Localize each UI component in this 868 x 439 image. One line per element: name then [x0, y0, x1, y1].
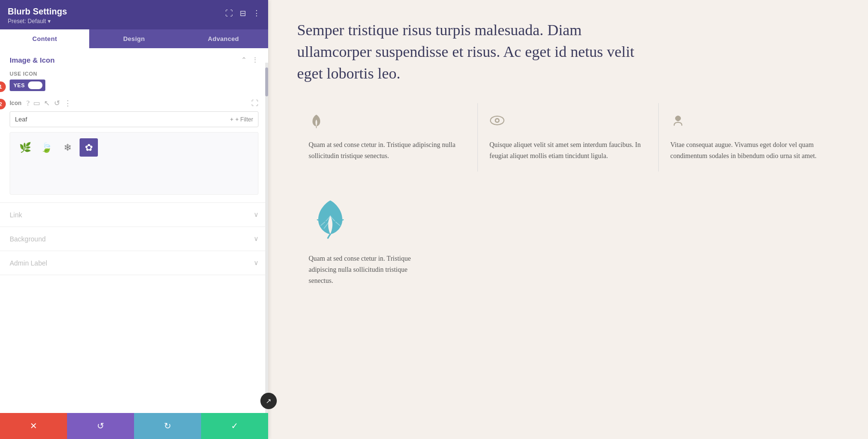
icon-grid: 🌿 🍃 ❄ ✿ — [16, 138, 252, 157]
card-2: Quisque aliquet velit sit amet sem inter… — [478, 103, 659, 171]
undo-button[interactable]: ↺ — [67, 413, 134, 439]
use-icon-field: 1 Use Icon YES — [10, 71, 258, 91]
dots-icon[interactable]: ⋮ — [64, 99, 71, 107]
reset-icon[interactable]: ↺ — [54, 99, 60, 107]
save-icon: ✓ — [231, 421, 238, 431]
panel-title: Blurb Settings — [8, 7, 67, 17]
icon-search-box: + + Filter — [10, 111, 258, 127]
background-section[interactable]: Background ∨ — [0, 227, 268, 251]
svg-point-3 — [496, 120, 499, 122]
card-1-text: Quam at sed conse ctetur in. Tristique a… — [309, 139, 466, 161]
filter-button[interactable]: + + Filter — [230, 116, 253, 123]
section-header-controls: ⌃ ⋮ — [241, 56, 258, 64]
settings-panel: Blurb Settings Preset: Default ▾ ⛶ ⊟ ⋮ C… — [0, 0, 268, 439]
card-3-text: Vitae consequat augue. Vivamus eget dolo… — [670, 139, 827, 161]
card-1: Quam at sed conse ctetur in. Tristique a… — [297, 103, 478, 171]
save-button[interactable]: ✓ — [201, 413, 268, 439]
redo-icon: ↻ — [164, 421, 171, 431]
panel-preset[interactable]: Preset: Default ▾ — [8, 18, 67, 25]
icon-field-label: Icon — [10, 100, 22, 106]
icon-picker-section: 2 Icon ? ▭ ↖ ↺ ⋮ ⛶ — [10, 99, 258, 195]
scroll-thumb — [265, 67, 268, 96]
tab-advanced[interactable]: Advanced — [179, 29, 268, 48]
upload-icon[interactable]: ⛶ — [251, 99, 258, 107]
panel-body: Image & Icon ⌃ ⋮ 1 Use Icon YES — [0, 48, 268, 413]
cursor-icon[interactable]: ↖ — [44, 99, 50, 107]
icon-item-leaf2[interactable]: 🍃 — [37, 138, 55, 157]
image-icon-section: Image & Icon ⌃ ⋮ 1 Use Icon YES — [0, 48, 268, 203]
section-title-image-icon: Image & Icon — [10, 56, 54, 64]
card-3: Vitae consequat augue. Vivamus eget dolo… — [659, 103, 839, 171]
more-icon[interactable]: ⋮ — [253, 9, 260, 18]
cancel-button[interactable]: ✕ — [0, 413, 67, 439]
cursor-hint: ↗ — [260, 393, 277, 409]
tab-content[interactable]: Content — [0, 29, 89, 48]
icon-toolbar-row: Icon ? ▭ ↖ ↺ ⋮ ⛶ — [10, 99, 258, 107]
background-section-title: Background — [10, 235, 46, 243]
panel-title-group: Blurb Settings Preset: Default ▾ — [8, 7, 67, 25]
panel-tabs: Content Design Advanced — [0, 29, 268, 48]
icon-toolbar-icons: ? ▭ ↖ ↺ ⋮ — [27, 99, 72, 107]
content-area: Semper tristique risus turpis malesuada.… — [268, 0, 868, 439]
bottom-blurb: Quam at sed conse ctetur in. Tristique a… — [297, 186, 432, 296]
admin-label-section-title: Admin Label — [10, 259, 47, 267]
step-badge-1: 1 — [0, 81, 6, 92]
layout-icon[interactable]: ⊟ — [240, 9, 246, 18]
admin-label-chevron-icon: ∨ — [254, 259, 258, 267]
toggle-yes-label: YES — [14, 82, 25, 88]
icon-grid-area: 🌿 🍃 ❄ ✿ — [10, 132, 258, 195]
icon-item-snowflake[interactable]: ❄ — [58, 138, 77, 157]
card-2-icon — [489, 113, 647, 132]
link-section[interactable]: Link ∨ — [0, 203, 268, 227]
scroll-indicator — [265, 63, 268, 413]
cancel-icon: ✕ — [30, 421, 37, 431]
cursor-hint-icon: ↗ — [266, 397, 271, 405]
link-chevron-icon: ∨ — [254, 211, 258, 219]
tab-design[interactable]: Design — [89, 29, 178, 48]
fullscreen-icon[interactable]: ⛶ — [225, 9, 233, 18]
card-2-text: Quisque aliquet velit sit amet sem inter… — [489, 139, 647, 161]
section-more-icon[interactable]: ⋮ — [252, 56, 258, 64]
collapse-icon[interactable]: ⌃ — [241, 56, 247, 64]
redo-button[interactable]: ↻ — [134, 413, 201, 439]
icon-item-leaf1[interactable]: 🌿 — [16, 138, 34, 157]
card-1-icon — [309, 113, 466, 132]
toggle-pill — [28, 81, 42, 89]
filter-plus-icon: + — [230, 116, 233, 123]
admin-label-section[interactable]: Admin Label ∨ — [0, 251, 268, 275]
link-section-title: Link — [10, 211, 22, 219]
icon-search-input[interactable] — [15, 112, 230, 127]
leaf-icon-large — [309, 196, 420, 245]
undo-icon: ↺ — [97, 421, 104, 431]
action-bar: ✕ ↺ ↻ ✓ — [0, 413, 268, 439]
mobile-icon[interactable]: ▭ — [33, 99, 40, 107]
card-3-icon — [670, 113, 827, 132]
hero-text: Semper tristique risus turpis malesuada.… — [297, 19, 644, 84]
use-icon-toggle[interactable]: YES — [10, 80, 45, 91]
filter-label: + Filter — [235, 116, 253, 123]
step-badge-2: 2 — [0, 99, 6, 109]
icon-item-flower[interactable]: ✿ — [80, 138, 98, 157]
cards-row: Quam at sed conse ctetur in. Tristique a… — [297, 103, 839, 171]
help-icon[interactable]: ? — [27, 99, 30, 107]
panel-header-icons: ⛶ ⊟ ⋮ — [225, 7, 260, 18]
bottom-blurb-text: Quam at sed conse ctetur in. Tristique a… — [309, 253, 420, 286]
section-header-image-icon: Image & Icon ⌃ ⋮ — [10, 56, 258, 64]
panel-header: Blurb Settings Preset: Default ▾ ⛶ ⊟ ⋮ — [0, 0, 268, 29]
use-icon-label: Use Icon — [10, 71, 258, 77]
background-chevron-icon: ∨ — [254, 235, 258, 243]
